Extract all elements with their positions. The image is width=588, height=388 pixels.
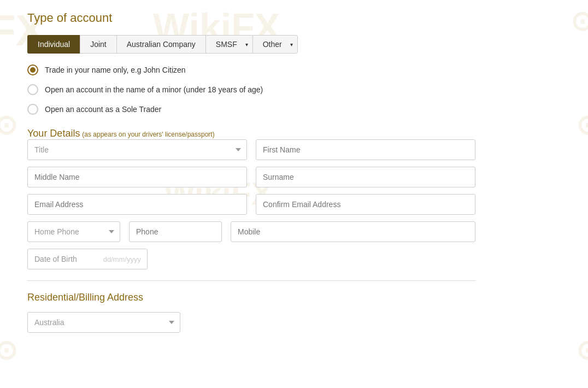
radio-sole-trader-circle bbox=[27, 104, 38, 115]
country-row: Australia New Zealand United States Unit… bbox=[27, 312, 475, 333]
tab-other[interactable]: Other ▾ bbox=[252, 35, 298, 54]
radio-minor-circle bbox=[27, 84, 38, 95]
email-input[interactable] bbox=[27, 194, 247, 215]
confirm-email-col bbox=[256, 194, 475, 215]
surname-input[interactable] bbox=[256, 167, 475, 187]
radio-minor-label: Open an account in the name of a minor (… bbox=[45, 85, 263, 94]
billing-section: Residential/Billing Address Australia Ne… bbox=[27, 292, 475, 333]
tab-smsf-label: SMSF bbox=[216, 40, 237, 49]
your-details-subtitle: (as appears on your drivers' license/pas… bbox=[82, 131, 214, 138]
radio-minor[interactable]: Open an account in the name of a minor (… bbox=[27, 84, 475, 95]
middle-name-input[interactable] bbox=[27, 167, 247, 187]
title-firstname-row: Title Mr Mrs Ms Dr bbox=[27, 139, 475, 160]
tab-other-label: Other bbox=[263, 40, 282, 49]
radio-sole-trader[interactable]: Open an account as a Sole Trader bbox=[27, 104, 475, 115]
watermark-icon-bot-right: ⊙ bbox=[576, 334, 588, 344]
dob-input[interactable] bbox=[27, 249, 148, 269]
page-title: Type of account bbox=[27, 11, 475, 25]
firstname-col bbox=[256, 139, 475, 160]
account-radio-group: Trade in your name only, e.g John Citize… bbox=[27, 64, 475, 115]
dob-row: dd/mm/yyyy bbox=[27, 249, 475, 269]
country-col: Australia New Zealand United States Unit… bbox=[27, 312, 180, 333]
mobile-col bbox=[231, 221, 475, 242]
title-select[interactable]: Title Mr Mrs Ms Dr bbox=[27, 139, 247, 160]
tab-australian-company[interactable]: Australian Company bbox=[116, 35, 205, 54]
mobile-input[interactable] bbox=[231, 221, 475, 242]
billing-title: Residential/Billing Address bbox=[27, 292, 475, 303]
tab-joint-label: Joint bbox=[90, 40, 107, 49]
smsf-dropdown-arrow: ▾ bbox=[245, 42, 248, 48]
section-divider bbox=[27, 280, 475, 281]
your-details-title: Your Details bbox=[27, 128, 80, 139]
radio-sole-trader-label: Open an account as a Sole Trader bbox=[45, 105, 161, 114]
dob-wrap: dd/mm/yyyy bbox=[27, 249, 148, 269]
tab-smsf[interactable]: SMSF ▾ bbox=[205, 35, 252, 54]
tab-individual-label: Individual bbox=[38, 40, 70, 49]
first-name-input[interactable] bbox=[256, 139, 475, 160]
email-row bbox=[27, 194, 475, 215]
watermark-icon-top-right: ⊙ bbox=[571, 5, 588, 37]
watermark-icon-mid-right: ⊙ bbox=[576, 109, 588, 141]
radio-trade-own-circle bbox=[27, 64, 38, 75]
radio-trade-own-label: Trade in your name only, e.g John Citize… bbox=[45, 66, 186, 74]
surname-col bbox=[256, 167, 475, 187]
middlename-surname-row bbox=[27, 167, 475, 187]
account-type-tabs: Individual Joint Australian Company SMSF… bbox=[27, 35, 475, 54]
phone-type-select[interactable]: Home Phone Mobile Work Phone bbox=[27, 221, 120, 242]
other-dropdown-arrow: ▾ bbox=[290, 42, 293, 48]
phone-input[interactable] bbox=[129, 221, 222, 242]
tab-individual[interactable]: Individual bbox=[27, 35, 80, 54]
tab-joint[interactable]: Joint bbox=[80, 35, 116, 54]
email-col bbox=[27, 194, 247, 215]
phone-row: Home Phone Mobile Work Phone bbox=[27, 221, 475, 242]
country-select[interactable]: Australia New Zealand United States Unit… bbox=[27, 312, 180, 333]
phone-type-col: Home Phone Mobile Work Phone bbox=[27, 221, 120, 242]
middlename-col bbox=[27, 167, 247, 187]
phone-number-col bbox=[129, 221, 222, 242]
radio-trade-own[interactable]: Trade in your name only, e.g John Citize… bbox=[27, 64, 475, 75]
tab-australian-company-label: Australian Company bbox=[127, 40, 196, 49]
main-content: Type of account Individual Joint Austral… bbox=[0, 0, 492, 344]
your-details-section: Your Details (as appears on your drivers… bbox=[27, 128, 475, 281]
title-col: Title Mr Mrs Ms Dr bbox=[27, 139, 247, 160]
confirm-email-input[interactable] bbox=[256, 194, 475, 215]
